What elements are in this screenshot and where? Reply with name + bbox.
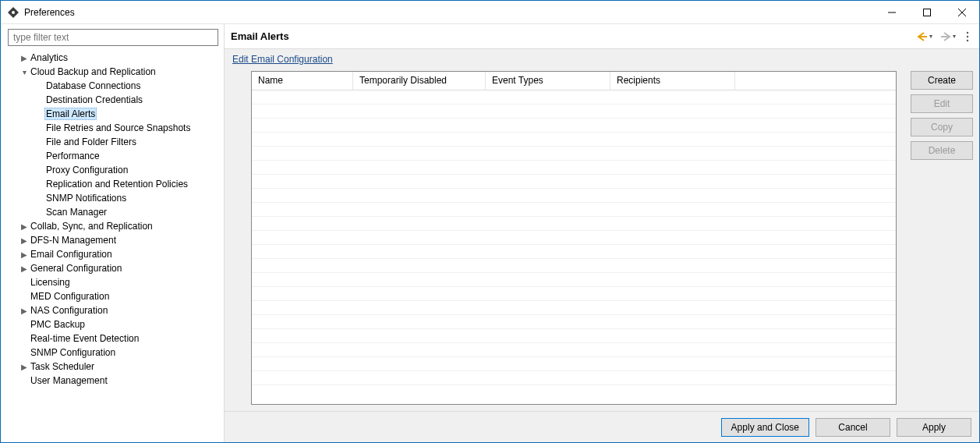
chevron-right-icon: ▶: [19, 250, 29, 259]
tree-item-email-alerts[interactable]: Email Alerts: [5, 107, 219, 121]
svg-rect-3: [923, 9, 930, 16]
table-row[interactable]: [252, 189, 896, 203]
side-buttons: Create Edit Copy Delete: [911, 71, 973, 405]
tree-item-realtime-event[interactable]: Real-time Event Detection: [5, 331, 219, 346]
tree-item-proxy-config[interactable]: Proxy Configuration: [5, 163, 219, 177]
apply-and-close-button[interactable]: Apply and Close: [721, 418, 809, 437]
close-button[interactable]: [944, 1, 979, 23]
svg-point-9: [967, 35, 968, 37]
tree-item-email-config[interactable]: ▶Email Configuration: [5, 247, 219, 261]
copy-button[interactable]: Copy: [911, 118, 973, 136]
chevron-right-icon: ▶: [19, 236, 29, 245]
dropdown-caret-icon: ▾: [929, 33, 932, 40]
table-row[interactable]: [252, 315, 896, 329]
close-icon: [958, 9, 966, 16]
table-row[interactable]: [252, 287, 896, 301]
tree-item-general-config[interactable]: ▶General Configuration: [5, 261, 219, 275]
preferences-window: Preferences ▶Analytics ▾Cloud Backup and…: [0, 0, 980, 443]
toolbar-menu-button[interactable]: [962, 30, 973, 44]
tree-item-user-management[interactable]: User Management: [5, 374, 219, 388]
tree-item-med-config[interactable]: MED Configuration: [5, 289, 219, 303]
column-recipients[interactable]: Recipients: [610, 72, 735, 90]
column-event-types[interactable]: Event Types: [486, 72, 610, 90]
chevron-right-icon: ▶: [19, 307, 29, 315]
column-temp-disabled[interactable]: Temporarily Disabled: [353, 72, 486, 90]
chevron-down-icon: ▾: [19, 68, 29, 76]
filter-input[interactable]: [8, 29, 218, 46]
table-row[interactable]: [252, 329, 896, 343]
titlebar: Preferences: [1, 1, 979, 24]
table-row[interactable]: [252, 259, 896, 273]
tree-item-file-filters[interactable]: File and Folder Filters: [5, 135, 219, 149]
minimize-icon: [888, 9, 896, 16]
table-row[interactable]: [252, 217, 896, 231]
table-row[interactable]: [252, 357, 896, 371]
table-row[interactable]: [252, 133, 896, 147]
column-name[interactable]: Name: [252, 72, 353, 90]
tree-item-cloud-backup[interactable]: ▾Cloud Backup and Replication: [5, 65, 219, 79]
main-panel: Email Alerts ▾ ▾ Edit Email Configuratio…: [225, 24, 979, 442]
window-title: Preferences: [24, 7, 75, 18]
svg-marker-0: [8, 7, 19, 18]
arrow-left-icon: [917, 32, 928, 41]
cancel-button[interactable]: Cancel: [815, 418, 890, 437]
tree-item-scan-manager[interactable]: Scan Manager: [5, 205, 219, 219]
dropdown-caret-icon: ▾: [953, 33, 956, 40]
svg-line-4: [958, 9, 966, 16]
table-row[interactable]: [252, 245, 896, 259]
tree-item-dfsn[interactable]: ▶DFS-N Management: [5, 233, 219, 247]
svg-point-8: [967, 31, 968, 33]
nav-forward-button[interactable]: ▾: [939, 30, 957, 43]
edit-email-config-link[interactable]: Edit Email Configuration: [232, 54, 333, 65]
tree-item-analytics[interactable]: ▶Analytics: [5, 51, 219, 65]
edit-button[interactable]: Edit: [911, 94, 973, 113]
page-title: Email Alerts: [231, 30, 289, 42]
table-row[interactable]: [252, 343, 896, 357]
page-header: Email Alerts ▾ ▾: [225, 24, 979, 49]
tree-item-replication-policies[interactable]: Replication and Retention Policies: [5, 177, 219, 191]
apply-button[interactable]: Apply: [897, 418, 971, 437]
app-icon: [7, 6, 19, 19]
tree-item-file-retries[interactable]: File Retries and Source Snapshots: [5, 121, 219, 135]
table-row[interactable]: [252, 273, 896, 287]
tree-item-snmp-config[interactable]: SNMP Configuration: [5, 346, 219, 360]
table-row[interactable]: [252, 203, 896, 217]
kebab-icon: [964, 31, 971, 42]
chevron-right-icon: ▶: [19, 54, 29, 62]
table-row[interactable]: [252, 175, 896, 189]
tree-item-destination-credentials[interactable]: Destination Credentials: [5, 93, 219, 107]
table-body[interactable]: [252, 90, 896, 404]
svg-line-5: [958, 9, 966, 16]
tree-item-task-scheduler[interactable]: ▶Task Scheduler: [5, 360, 219, 374]
arrow-right-icon: [940, 32, 951, 41]
maximize-button[interactable]: [909, 1, 944, 23]
table-row[interactable]: [252, 371, 896, 385]
tree-item-snmp-notifications[interactable]: SNMP Notifications: [5, 191, 219, 205]
tree-item-collab[interactable]: ▶Collab, Sync, and Replication: [5, 219, 219, 233]
table-row[interactable]: [252, 90, 896, 105]
tree-item-performance[interactable]: Performance: [5, 149, 219, 163]
delete-button[interactable]: Delete: [911, 141, 973, 160]
minimize-button[interactable]: [874, 1, 909, 23]
tree-item-nas-config[interactable]: ▶NAS Configuration: [5, 303, 219, 317]
table-row[interactable]: [252, 119, 896, 133]
table-row[interactable]: [252, 161, 896, 175]
tree-item-licensing[interactable]: Licensing: [5, 275, 219, 289]
chevron-right-icon: ▶: [19, 264, 29, 273]
svg-point-10: [967, 39, 968, 41]
sidebar: ▶Analytics ▾Cloud Backup and Replication…: [1, 24, 225, 442]
table-row[interactable]: [252, 231, 896, 245]
tree-item-db-connections[interactable]: Database Connections: [5, 79, 219, 93]
column-spacer: [735, 72, 896, 90]
nav-back-button[interactable]: ▾: [915, 30, 934, 43]
chevron-right-icon: ▶: [19, 222, 29, 231]
table-header: Name Temporarily Disabled Event Types Re…: [252, 72, 896, 90]
create-button[interactable]: Create: [911, 71, 973, 90]
table-row[interactable]: [252, 105, 896, 119]
footer: Apply and Close Cancel Apply: [225, 411, 979, 442]
table-row[interactable]: [252, 301, 896, 315]
svg-point-1: [12, 11, 15, 14]
chevron-right-icon: ▶: [19, 363, 29, 371]
tree-item-pmc-backup[interactable]: PMC Backup: [5, 317, 219, 331]
table-row[interactable]: [252, 147, 896, 161]
